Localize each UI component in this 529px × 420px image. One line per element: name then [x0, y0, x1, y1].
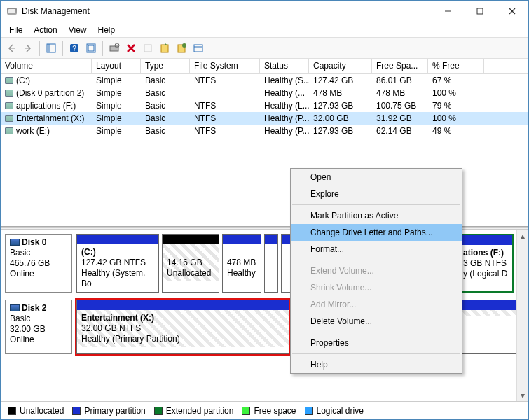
- partition-stripe-logical: [459, 235, 512, 245]
- partition-status: Unallocated: [167, 268, 211, 278]
- cell: Simple: [92, 88, 141, 99]
- action2-button[interactable]: [157, 41, 172, 56]
- legend-logical: Logical drive: [305, 406, 364, 416]
- disk-type: Basic: [10, 248, 30, 258]
- cell: Simple: [92, 125, 141, 136]
- partition-stripe-unallocated: [163, 234, 219, 244]
- partition-size: 3 GB NTFS: [463, 258, 507, 268]
- refresh-button[interactable]: [83, 41, 99, 56]
- disk-name: Disk 2: [22, 303, 46, 313]
- cell: [190, 92, 260, 94]
- cell: 127.93 GB: [309, 100, 372, 111]
- cell: Healthy (P...: [260, 125, 309, 136]
- disk-icon: [10, 239, 20, 246]
- scroll-up-icon[interactable]: ▴: [517, 230, 528, 241]
- volume-row[interactable]: (C:) Simple Basic NTFS Healthy (S... 127…: [1, 74, 528, 87]
- menu-file[interactable]: File: [4, 24, 28, 36]
- ctx-extend-volume[interactable]: Extend Volume...: [291, 262, 462, 279]
- col-status[interactable]: Status: [260, 59, 309, 74]
- volume-list-header: Volume Layout Type File System Status Ca…: [1, 59, 528, 74]
- rescan-disks-button[interactable]: [107, 41, 122, 56]
- vertical-scrollbar[interactable]: ▴ ▾: [516, 230, 528, 401]
- col-volume[interactable]: Volume: [1, 59, 92, 74]
- partition-title: Entertainment (X:): [81, 313, 154, 323]
- ctx-mark-active[interactable]: Mark Partition as Active: [291, 207, 462, 224]
- cell: Simple: [92, 100, 141, 111]
- cell: Basic: [141, 113, 190, 124]
- partition-selected[interactable]: Entertainment (X:) 32.00 GB NTFS Healthy…: [76, 300, 289, 354]
- maximize-button[interactable]: [464, 1, 496, 22]
- scroll-down-icon[interactable]: ▾: [517, 389, 528, 401]
- partition-title: ations (F:): [463, 248, 504, 258]
- partition[interactable]: 478 MB Healthy: [222, 234, 261, 293]
- volume-row[interactable]: applications (F:) Simple Basic NTFS Heal…: [1, 99, 528, 112]
- svg-rect-14: [144, 45, 151, 52]
- col-free[interactable]: Free Spa...: [372, 59, 428, 74]
- close-button[interactable]: [496, 1, 528, 22]
- volume-row[interactable]: Entertainment (X:) Simple Basic NTFS Hea…: [1, 112, 528, 125]
- cell: 49 %: [428, 125, 484, 136]
- ctx-explore[interactable]: Explore: [291, 186, 462, 202]
- action1-button[interactable]: [140, 41, 156, 56]
- volume-row[interactable]: work (E:) Simple Basic NTFS Healthy (P..…: [1, 125, 528, 137]
- col-layout[interactable]: Layout: [92, 59, 141, 74]
- help-icon[interactable]: ?: [67, 41, 82, 56]
- svg-rect-9: [88, 46, 94, 51]
- forward-button[interactable]: [20, 41, 36, 56]
- svg-rect-10: [110, 46, 118, 51]
- disk-name: Disk 0: [22, 237, 46, 247]
- col-capacity[interactable]: Capacity: [309, 59, 372, 74]
- menu-action[interactable]: Action: [28, 24, 62, 36]
- cell: Entertainment (X:): [16, 113, 84, 123]
- volume-icon: [5, 102, 13, 109]
- cell: Basic: [141, 88, 190, 99]
- menu-help[interactable]: Help: [92, 24, 121, 36]
- col-type[interactable]: Type: [141, 59, 190, 74]
- ctx-change-drive-letter[interactable]: Change Drive Letter and Paths...: [291, 224, 462, 241]
- ctx-help[interactable]: Help: [291, 356, 462, 373]
- delete-icon[interactable]: [123, 41, 139, 56]
- show-tree-button[interactable]: [43, 41, 59, 56]
- partition-status: Healthy: [227, 268, 256, 278]
- disk-status: Online: [10, 335, 34, 344]
- cell: work (E:): [16, 126, 50, 136]
- cell: Basic: [141, 125, 190, 136]
- col-filesystem[interactable]: File System: [190, 59, 260, 74]
- action3-button[interactable]: [174, 41, 189, 56]
- ctx-delete-volume[interactable]: Delete Volume...: [291, 313, 462, 330]
- back-button[interactable]: [4, 41, 19, 56]
- svg-point-17: [182, 43, 186, 48]
- ctx-properties[interactable]: Properties: [291, 335, 462, 351]
- partition-status: Healthy (System, Bo: [81, 268, 145, 288]
- volume-icon: [5, 127, 13, 134]
- toolbar: ?: [1, 38, 528, 59]
- partition[interactable]: (C:) 127.42 GB NTFS Healthy (System, Bo: [76, 234, 159, 293]
- minimize-button[interactable]: [432, 1, 464, 22]
- volume-row[interactable]: (Disk 0 partition 2) Simple Basic Health…: [1, 87, 528, 99]
- partition-unallocated[interactable]: 14.16 GB Unallocated: [162, 234, 219, 293]
- menu-view[interactable]: View: [63, 24, 92, 36]
- ctx-shrink-volume[interactable]: Shrink Volume...: [291, 279, 462, 296]
- partition-size: 127.42 GB NTFS: [81, 258, 146, 267]
- disk-header[interactable]: Disk 2 Basic 32.00 GB Online: [5, 300, 72, 354]
- svg-rect-15: [161, 45, 168, 52]
- window-titlebar: Disk Management: [1, 1, 528, 22]
- ctx-format[interactable]: Format...: [291, 241, 462, 258]
- cell: applications (F:): [16, 101, 76, 111]
- legend: Unallocated Primary partition Extended p…: [1, 401, 528, 419]
- partition-status: Healthy (Primary Partition): [81, 334, 180, 344]
- ctx-open[interactable]: Open: [291, 169, 462, 186]
- partition-stripe-primary: [77, 234, 158, 244]
- col-pctfree[interactable]: % Free: [428, 59, 484, 74]
- disk-header[interactable]: Disk 0 Basic 465.76 GB Online: [5, 234, 72, 293]
- cell: 67 %: [428, 75, 484, 86]
- cell: NTFS: [190, 125, 260, 136]
- properties-icon[interactable]: [191, 41, 206, 56]
- ctx-add-mirror[interactable]: Add Mirror...: [291, 296, 462, 313]
- partition[interactable]: [264, 234, 278, 293]
- svg-rect-18: [194, 45, 202, 52]
- svg-text:?: ?: [72, 45, 76, 52]
- disk-size: 32.00 GB: [10, 324, 46, 334]
- cell: 478 MB: [309, 88, 372, 99]
- partition-logical[interactable]: ations (F:) 3 GB NTFS y (Logical D: [458, 234, 514, 293]
